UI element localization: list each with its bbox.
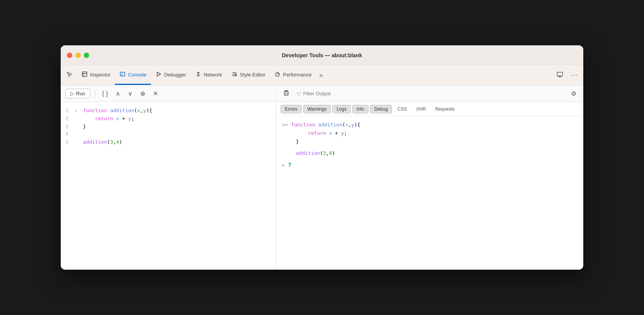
run-button[interactable]: ▷ Run (65, 89, 90, 98)
xhr-label: XHR (416, 106, 426, 112)
run-label: Run (76, 91, 85, 96)
pick-icon (66, 71, 73, 80)
output-code-line3: } (282, 138, 577, 146)
tab-style-editor[interactable]: Style Editor (227, 65, 270, 85)
maximize-button[interactable] (84, 53, 89, 58)
tab-performance-label: Performance (283, 72, 311, 78)
console-filter-bar: Errors Warnings Logs Info Debug CSS (276, 102, 583, 116)
performance-icon (274, 71, 281, 78)
code-line-2: 2 return x + y; (61, 115, 276, 123)
result-arrow-icon: ← (282, 161, 285, 169)
element-picker-button[interactable] (62, 65, 77, 85)
close-button[interactable] (67, 53, 72, 58)
prompt-chevron: >> (282, 121, 288, 129)
clear-console-button[interactable] (281, 88, 292, 99)
tab-performance[interactable]: Performance (270, 65, 316, 85)
more-tabs-button[interactable]: » (316, 65, 326, 85)
run-icon: ▷ (70, 91, 74, 96)
svg-rect-8 (557, 72, 563, 76)
output-call-block: addition(3,4) (282, 149, 577, 158)
code-line-4: 4 (61, 131, 276, 138)
svg-rect-3 (120, 72, 125, 76)
tab-console-label: Console (128, 72, 146, 78)
tab-debugger-label: Debugger (164, 72, 186, 78)
result-value: 7 (288, 161, 291, 170)
devtools-window: Developer Tools — about:blank Inspector (61, 45, 583, 270)
filter-errors-button[interactable]: Errors (281, 105, 302, 113)
search-icon: ⊕ (140, 90, 145, 97)
filter-xhr-button[interactable]: XHR (412, 105, 430, 113)
code-editor[interactable]: 1 ▾ function addition(x,y){ 2 return x +… (61, 102, 276, 270)
more-tabs-icon: » (319, 72, 323, 79)
code-line-1: 1 ▾ function addition(x,y){ (61, 107, 276, 115)
css-label: CSS (397, 106, 407, 112)
filter-warnings-button[interactable]: Warnings (303, 105, 331, 113)
move-up-button[interactable]: ∧ (113, 88, 123, 99)
console-toolbar: ▽ ⚙ (276, 85, 583, 102)
window-title: Developer Tools — about:blank (282, 52, 362, 58)
output-code-line2: return x + y; (282, 129, 577, 138)
settings-icon: ⚙ (571, 90, 576, 97)
inspector-icon (81, 71, 88, 78)
filter-info-button[interactable]: Info (352, 105, 368, 113)
svg-rect-10 (284, 91, 288, 95)
console-settings-button[interactable]: ⚙ (569, 88, 579, 99)
output-prompt-1: >> function addition(x,y){ (282, 121, 577, 129)
tab-inspector-label: Inspector (90, 72, 110, 78)
filter-logs-button[interactable]: Logs (332, 105, 351, 113)
style-editor-icon (231, 71, 237, 78)
options-button[interactable]: ··· (567, 71, 582, 79)
errors-label: Errors (285, 106, 297, 112)
tab-inspector[interactable]: Inspector (77, 65, 115, 85)
search-button[interactable]: ⊕ (138, 88, 148, 99)
network-icon (195, 71, 201, 78)
output-call-line: addition(3,4) (282, 149, 577, 158)
svg-rect-6 (236, 74, 236, 76)
responsive-design-button[interactable] (553, 71, 567, 80)
debugger-icon (156, 71, 162, 78)
filter-requests-button[interactable]: Requests (431, 105, 458, 113)
close-editor-button[interactable]: ✕ (151, 88, 160, 99)
svg-rect-9 (559, 76, 561, 77)
requests-label: Requests (435, 106, 455, 112)
output-code-line1: function addition(x,y){ (291, 121, 360, 129)
down-arrow-icon: ∨ (128, 90, 133, 97)
console-output: >> function addition(x,y){ return x + y;… (276, 116, 583, 270)
filter-input[interactable] (303, 91, 564, 96)
warnings-label: Warnings (307, 106, 327, 112)
options-icon: ··· (571, 71, 578, 79)
toolbar: Inspector Console Debugger (61, 65, 583, 85)
filter-debug-button[interactable]: Debug (370, 105, 392, 113)
code-line-5: 5 addition(3,4) (61, 138, 276, 146)
window-controls (67, 53, 89, 58)
tab-network[interactable]: Network (191, 65, 227, 85)
editor-panel: ▷ Run { } ∧ ∨ ⊕ ✕ (61, 85, 276, 270)
info-label: Info (357, 106, 364, 112)
tab-debugger[interactable]: Debugger (151, 65, 191, 85)
minimize-button[interactable] (75, 53, 81, 58)
filter-icon: ▽ (297, 91, 301, 97)
code-line-3: 3 } (61, 123, 276, 131)
close-icon: ✕ (153, 90, 158, 97)
braces-icon: { } (102, 90, 108, 97)
up-arrow-icon: ∧ (116, 90, 120, 97)
filter-wrapper: ▽ (294, 91, 567, 97)
titlebar: Developer Tools — about:blank (61, 45, 583, 65)
output-result-block: ← 7 (282, 161, 577, 170)
responsive-icon (556, 71, 563, 80)
toolbar-separator (95, 89, 95, 98)
toolbar-right: ··· (553, 65, 582, 85)
editor-toolbar: ▷ Run { } ∧ ∨ ⊕ ✕ (61, 85, 276, 102)
output-input-block: >> function addition(x,y){ return x + y;… (282, 121, 577, 146)
console-panel: ▽ ⚙ Errors Warnings Logs In (276, 85, 583, 270)
logs-label: Logs (337, 106, 347, 112)
tab-style-editor-label: Style Editor (240, 72, 265, 78)
console-icon (120, 71, 126, 78)
filter-css-button[interactable]: CSS (393, 105, 411, 113)
debug-label: Debug (374, 106, 388, 112)
svg-rect-0 (82, 72, 87, 76)
tab-console[interactable]: Console (115, 65, 151, 85)
tab-network-label: Network (204, 72, 222, 78)
move-down-button[interactable]: ∨ (126, 88, 135, 99)
pretty-print-button[interactable]: { } (100, 89, 110, 99)
